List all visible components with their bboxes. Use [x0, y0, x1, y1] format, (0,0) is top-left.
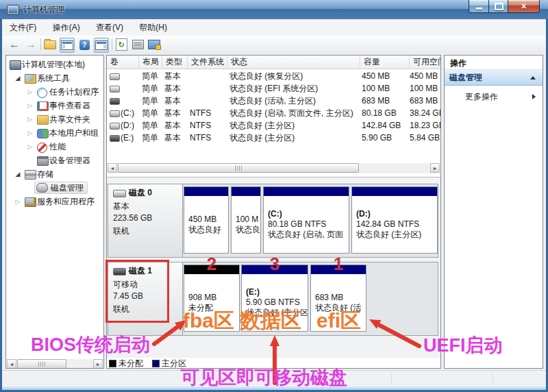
selected-item-highlight[interactable]: 磁盘管理	[34, 182, 88, 194]
column-volume[interactable]: 卷	[107, 56, 139, 68]
cell-status: 状态良好 (EFI 系统分区)	[229, 82, 318, 95]
partition-recovery[interactable]: 450 MB 状态良好	[184, 186, 229, 254]
expander-closed-icon[interactable]	[26, 140, 34, 154]
partition-title: (C:)	[268, 209, 349, 219]
column-capacity[interactable]: 容量	[360, 56, 410, 68]
removable-disk-icon	[113, 268, 126, 275]
cell-status: 状态良好 (主分区)	[229, 132, 295, 144]
expander-open-icon[interactable]	[14, 71, 22, 85]
show-console-tree-icon[interactable]	[43, 38, 57, 51]
expander-closed-icon[interactable]	[26, 112, 34, 126]
forward-icon[interactable]	[24, 38, 38, 51]
sidebar-item-device-manager[interactable]: 设备管理器	[6, 154, 103, 167]
expander-closed-icon[interactable]	[14, 195, 22, 208]
expander-closed-icon[interactable]	[26, 85, 34, 99]
collapse-icon[interactable]	[530, 76, 536, 79]
scrollbar-thumb[interactable]	[17, 359, 66, 369]
sidebar-item-shared-folders[interactable]: 共享文件夹	[6, 112, 103, 126]
menu-view[interactable]: 查看(V)	[90, 19, 129, 36]
partition-efi-system[interactable]: 100 M 状态良	[231, 186, 261, 254]
disk-drive-icon	[113, 190, 126, 197]
properties-icon[interactable]	[131, 38, 145, 51]
table-row[interactable]: 简单 基本 状态良好 (活动, 主分区) 683 MB 683 MB	[107, 95, 440, 107]
sidebar-item-label: 设备管理器	[49, 154, 90, 167]
table-row[interactable]: 简单 基本 状态良好 (EFI 系统分区) 100 MB 100 MB	[107, 82, 440, 95]
sidebar-item-services[interactable]: 服务和应用程序	[6, 195, 103, 208]
partition-e[interactable]: (E:) 5.90 GB NTFS 状态良好 (主分区	[241, 265, 308, 332]
partition-unallocated[interactable]: 908 MB 未分配	[184, 265, 240, 332]
volume-icon	[110, 123, 120, 130]
unallocated-color-swatch	[109, 360, 116, 367]
cell-volume: (E:)	[121, 132, 134, 144]
window-bottom-frame	[2, 387, 546, 390]
cell-layout: 简单	[142, 107, 158, 119]
scroll-left-icon[interactable]	[108, 163, 117, 173]
table-row[interactable]: (E:) 简单 基本 NTFS 状态良好 (主分区) 5.90 GB 5.84 …	[107, 132, 440, 144]
maximize-button[interactable]	[488, 0, 509, 13]
back-icon[interactable]	[8, 38, 21, 51]
cell-free-space: 18.23 GB	[410, 119, 441, 132]
console-tree: 计算机管理(本地) 系统工具 任务计划程序 事件查看器 共享文件夹 本地用户和组	[5, 55, 104, 369]
table-row[interactable]: (C:) 简单 基本 NTFS 状态良好 (启动, 页面文件, 主分区) 80.…	[107, 107, 440, 119]
sidebar-item-storage[interactable]: 存储	[6, 167, 103, 181]
cell-layout: 简单	[142, 95, 158, 107]
sidebar-horizontal-scrollbar[interactable]	[7, 359, 103, 369]
column-free-space[interactable]: 可用空间	[410, 56, 441, 68]
cell-capacity: 142.84 GB	[362, 119, 401, 132]
column-layout[interactable]: 布局	[139, 56, 162, 68]
help-icon[interactable]	[77, 38, 91, 51]
minimize-button[interactable]	[469, 0, 490, 13]
sidebar-item-local-users[interactable]: 本地用户和组	[6, 126, 103, 140]
refresh-icon[interactable]	[114, 38, 128, 51]
sidebar-item-label: 服务和应用程序	[37, 195, 95, 208]
table-row[interactable]: (D:) 简单 基本 NTFS 状态良好 (主分区) 142.84 GB 18.…	[107, 119, 440, 132]
cell-free-space: 5.84 GB	[410, 132, 440, 144]
menu-action[interactable]: 操作(A)	[47, 19, 86, 36]
menu-help[interactable]: 帮助(H)	[133, 19, 173, 36]
pane-divider	[107, 177, 440, 177]
partition-c[interactable]: (C:) 80.18 GB NTFS 状态良好 (启动, 页面	[263, 186, 349, 254]
partition-d[interactable]: (D:) 142.84 GB NTFS 状态良好 (主分区)	[351, 186, 438, 254]
expander-closed-icon[interactable]	[26, 99, 34, 112]
volume-list-horizontal-scrollbar[interactable]	[108, 163, 440, 173]
partition-size: 450 MB	[188, 215, 228, 225]
volume-icon	[110, 86, 120, 93]
actions-section-label: 磁盘管理	[449, 70, 482, 85]
column-status[interactable]: 状态	[227, 56, 360, 68]
cell-free-space: 683 MB	[410, 95, 438, 107]
actions-section-disk-management[interactable]: 磁盘管理	[445, 70, 543, 86]
expander-closed-icon[interactable]	[26, 126, 34, 140]
help-window-icon[interactable]	[147, 38, 161, 51]
cell-layout: 简单	[142, 132, 158, 144]
partition-efi-usb[interactable]: 683 MB 状态良好 (活	[310, 265, 366, 332]
performance-icon	[37, 143, 47, 153]
services-icon	[25, 197, 36, 207]
scroll-right-icon[interactable]	[430, 163, 440, 173]
cell-capacity: 5.90 GB	[362, 132, 392, 144]
cell-free-space: 450 MB	[410, 70, 438, 82]
disk-0-info[interactable]: 磁盘 0 基本 223.56 GB 联机	[108, 184, 183, 257]
scroll-right-icon[interactable]	[93, 359, 103, 369]
console-window-icon[interactable]	[60, 38, 75, 53]
legend-label-primary: 主分区	[162, 358, 186, 368]
cell-capacity: 683 MB	[362, 95, 390, 107]
expander-open-icon[interactable]	[14, 167, 22, 181]
more-actions-item[interactable]: 更多操作	[445, 90, 543, 103]
graphical-view-pane: 磁盘 0 基本 223.56 GB 联机 450 MB 状态良好	[107, 177, 440, 358]
show-action-pane-icon[interactable]	[94, 38, 109, 53]
scroll-left-icon[interactable]	[7, 359, 16, 369]
sidebar-item-task-scheduler[interactable]: 任务计划程序	[6, 85, 103, 99]
column-type[interactable]: 类型	[162, 56, 188, 68]
sidebar-item-disk-management[interactable]: 磁盘管理	[6, 181, 103, 195]
table-row[interactable]: 简单 基本 状态良好 (恢复分区) 450 MB 450 MB	[107, 70, 440, 82]
scrollbar-thumb[interactable]	[118, 163, 359, 173]
sidebar-item-system-tools[interactable]: 系统工具	[6, 71, 103, 85]
column-filesystem[interactable]: 文件系统	[188, 56, 227, 68]
sidebar-item-performance[interactable]: 性能	[6, 140, 103, 154]
sidebar-item-computer-management[interactable]: 计算机管理(本地)	[6, 58, 103, 71]
menu-file[interactable]: 文件(F)	[3, 19, 42, 36]
close-button[interactable]	[508, 0, 540, 13]
sidebar-item-label: 任务计划程序	[49, 85, 99, 99]
sidebar-item-event-viewer[interactable]: 事件查看器	[6, 99, 103, 112]
disk-1-info[interactable]: 磁盘 1 可移动 7.45 GB 联机	[108, 262, 183, 335]
